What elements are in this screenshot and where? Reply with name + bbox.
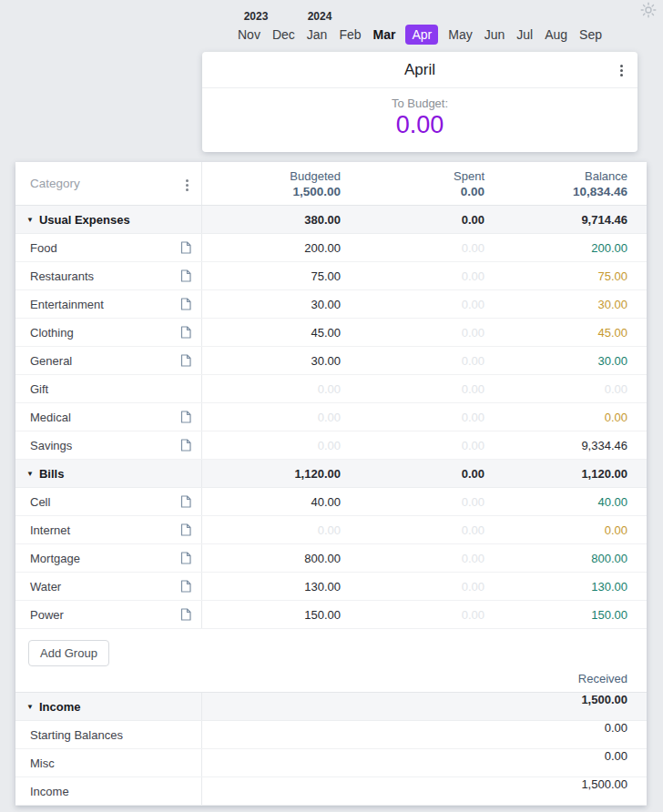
group-budgeted-value[interactable]: 380.00 xyxy=(202,213,341,227)
category-spent-value[interactable]: 0.00 xyxy=(341,298,484,311)
note-icon[interactable] xyxy=(180,523,191,540)
category-name-cell[interactable]: Misc xyxy=(15,749,202,776)
note-icon[interactable] xyxy=(180,298,191,314)
category-name-cell[interactable]: Starting Balances xyxy=(15,721,202,748)
category-balance-value[interactable]: 30.00 xyxy=(484,354,627,368)
category-budgeted-value[interactable]: 30.00 xyxy=(202,298,341,311)
month-may[interactable]: May xyxy=(446,25,474,45)
category-spent-value[interactable]: 0.00 xyxy=(341,523,484,537)
category-balance-value[interactable]: 200.00 xyxy=(484,241,627,255)
category-name-cell[interactable]: Entertainment xyxy=(15,290,202,318)
category-spent-value[interactable]: 0.00 xyxy=(341,580,484,594)
category-name-label: Entertainment xyxy=(30,298,104,311)
category-balance-value[interactable]: 0.00 xyxy=(484,382,627,396)
income-received-value[interactable]: 1,500.00 xyxy=(202,777,647,805)
group-row[interactable]: ▼Usual Expenses380.000.009,714.46 xyxy=(15,206,647,234)
category-balance-value[interactable]: 130.00 xyxy=(484,580,627,594)
category-name-cell[interactable]: Water xyxy=(15,573,202,600)
category-name-cell[interactable]: General xyxy=(15,347,202,374)
note-icon[interactable] xyxy=(180,608,191,624)
category-budgeted-value[interactable]: 0.00 xyxy=(202,523,341,537)
add-group-button[interactable]: Add Group xyxy=(28,640,109,666)
category-name-cell[interactable]: Power xyxy=(15,601,202,628)
category-balance-value[interactable]: 0.00 xyxy=(484,411,627,424)
category-budgeted-value[interactable]: 0.00 xyxy=(202,382,341,396)
category-budgeted-value[interactable]: 30.00 xyxy=(202,354,341,368)
group-balance-value[interactable]: 9,714.46 xyxy=(484,213,627,227)
month-dec[interactable]: Dec xyxy=(270,25,297,45)
collapse-arrow-icon[interactable]: ▼ xyxy=(26,703,34,711)
theme-sun-icon[interactable] xyxy=(640,2,657,18)
note-icon[interactable] xyxy=(180,354,191,370)
collapse-arrow-icon[interactable]: ▼ xyxy=(26,470,34,478)
category-spent-value[interactable]: 0.00 xyxy=(341,495,484,509)
category-spent-value[interactable]: 0.00 xyxy=(341,411,484,424)
month-apr[interactable]: Apr xyxy=(405,25,438,45)
category-spent-value[interactable]: 0.00 xyxy=(341,552,484,565)
month-jun[interactable]: Jun xyxy=(483,25,507,45)
note-icon[interactable] xyxy=(180,439,191,455)
category-name-cell[interactable]: Income xyxy=(15,777,202,805)
category-balance-value[interactable]: 800.00 xyxy=(484,552,627,565)
group-spent-value[interactable]: 0.00 xyxy=(341,213,484,227)
category-budgeted-value[interactable]: 200.00 xyxy=(202,241,341,255)
category-spent-value[interactable]: 0.00 xyxy=(341,382,484,396)
category-name-cell[interactable]: Restaurants xyxy=(15,262,202,289)
category-balance-value[interactable]: 75.00 xyxy=(484,269,627,283)
category-spent-value[interactable]: 0.00 xyxy=(341,354,484,368)
category-balance-value[interactable]: 0.00 xyxy=(484,523,627,537)
category-balance-value[interactable]: 45.00 xyxy=(484,326,627,340)
category-balance-value[interactable]: 150.00 xyxy=(484,608,627,622)
category-budgeted-value[interactable]: 45.00 xyxy=(202,326,341,340)
category-spent-value[interactable]: 0.00 xyxy=(341,439,484,452)
category-name-cell[interactable]: Food xyxy=(15,234,202,261)
category-spent-value[interactable]: 0.00 xyxy=(341,326,484,340)
month-aug[interactable]: Aug xyxy=(543,25,569,45)
category-budgeted-value[interactable]: 0.00 xyxy=(202,439,341,452)
note-icon[interactable] xyxy=(180,269,191,286)
income-received-value[interactable]: 0.00 xyxy=(202,721,647,748)
income-received-value[interactable]: 0.00 xyxy=(202,749,647,776)
category-name-cell[interactable]: Clothing xyxy=(15,319,202,346)
note-icon[interactable] xyxy=(180,495,191,512)
month-menu-icon[interactable] xyxy=(617,61,627,80)
month-jan[interactable]: Jan xyxy=(305,25,330,45)
category-spent-value[interactable]: 0.00 xyxy=(341,269,484,283)
category-balance-value[interactable]: 30.00 xyxy=(484,298,627,311)
income-group-received-value[interactable]: 1,500.00 xyxy=(202,693,647,720)
note-icon[interactable] xyxy=(180,241,191,258)
note-icon[interactable] xyxy=(180,552,191,568)
income-group-row[interactable]: ▼Income1,500.00 xyxy=(15,693,647,721)
category-budgeted-value[interactable]: 150.00 xyxy=(202,608,341,622)
group-budgeted-value[interactable]: 1,120.00 xyxy=(202,467,341,481)
note-icon[interactable] xyxy=(180,326,191,342)
category-balance-value[interactable]: 40.00 xyxy=(484,495,627,509)
note-icon[interactable] xyxy=(180,580,191,596)
category-spent-value[interactable]: 0.00 xyxy=(341,608,484,622)
category-budgeted-value[interactable]: 40.00 xyxy=(202,495,341,509)
group-row[interactable]: ▼Bills1,120.000.001,120.00 xyxy=(15,460,647,488)
category-name-cell[interactable]: Medical xyxy=(15,403,202,431)
category-name-cell[interactable]: Internet xyxy=(15,516,202,543)
category-budgeted-value[interactable]: 800.00 xyxy=(202,552,341,565)
group-balance-value[interactable]: 1,120.00 xyxy=(484,467,627,481)
category-spent-value[interactable]: 0.00 xyxy=(341,241,484,255)
category-budgeted-value[interactable]: 0.00 xyxy=(202,411,341,424)
month-sep[interactable]: Sep xyxy=(577,25,604,45)
category-budgeted-value[interactable]: 130.00 xyxy=(202,580,341,594)
collapse-arrow-icon[interactable]: ▼ xyxy=(26,216,34,224)
category-balance-value[interactable]: 9,334.46 xyxy=(484,439,627,452)
category-name-cell[interactable]: Cell xyxy=(15,488,202,515)
group-spent-value[interactable]: 0.00 xyxy=(341,467,484,481)
category-name-cell[interactable]: Mortgage xyxy=(15,544,202,572)
to-budget-value[interactable]: 0.00 xyxy=(396,111,444,139)
category-menu-icon[interactable] xyxy=(182,176,192,195)
category-budgeted-value[interactable]: 75.00 xyxy=(202,269,341,283)
month-mar[interactable]: Mar xyxy=(372,25,398,45)
month-nov[interactable]: Nov xyxy=(236,25,262,45)
category-name-cell[interactable]: Savings xyxy=(15,431,202,459)
month-feb[interactable]: Feb xyxy=(337,25,362,45)
month-jul[interactable]: Jul xyxy=(515,25,535,45)
note-icon[interactable] xyxy=(180,411,191,427)
category-name-cell[interactable]: Gift xyxy=(15,375,202,402)
